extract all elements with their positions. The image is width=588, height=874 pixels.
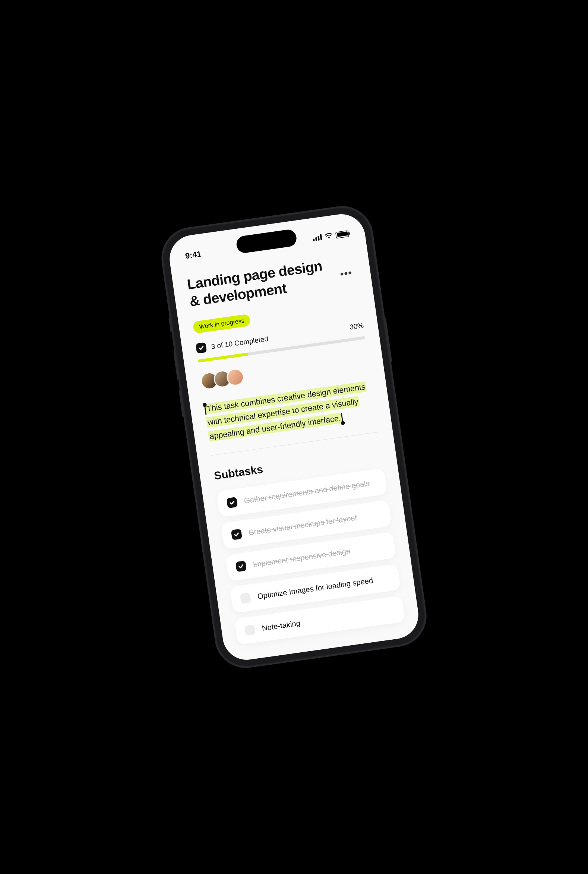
subtask-label: Gather requirements and define goals [243,479,370,505]
subtask-label: Create visual mockups for layout [248,513,357,537]
task-description[interactable]: This task combines creative design eleme… [204,379,379,456]
progress-check-icon [196,342,207,354]
description-text[interactable]: This task combines creative design eleme… [205,381,367,442]
progress-fill [198,353,249,363]
subtask-checkbox[interactable] [240,592,251,604]
battery-icon [335,230,349,238]
screen: 9:41 Landing page design & development [166,211,422,663]
more-options-button[interactable]: ••• [335,263,357,284]
subtasks-list: Gather requirements and define goalsCrea… [216,468,405,645]
cellular-signal-icon [312,234,322,241]
subtask-checkbox[interactable] [236,561,247,572]
phone-frame: 9:41 Landing page design & development [159,203,430,670]
progress-count-label: 3 of 10 Completed [210,334,268,351]
subtask-label: Optimize Images for loading speed [257,576,374,601]
subtask-checkbox[interactable] [231,529,242,540]
page-title: Landing page design & development [186,256,338,310]
subtask-label: Note-taking [261,619,301,633]
wifi-icon [324,232,333,240]
subtask-label: Implement responsive design [252,547,351,568]
subtask-checkbox[interactable] [226,496,238,508]
subtask-checkbox[interactable] [244,624,256,636]
status-time: 9:41 [185,250,202,261]
progress-percent-label: 30% [349,321,364,331]
status-icons [312,230,349,241]
status-badge: Work in progress [193,314,252,334]
